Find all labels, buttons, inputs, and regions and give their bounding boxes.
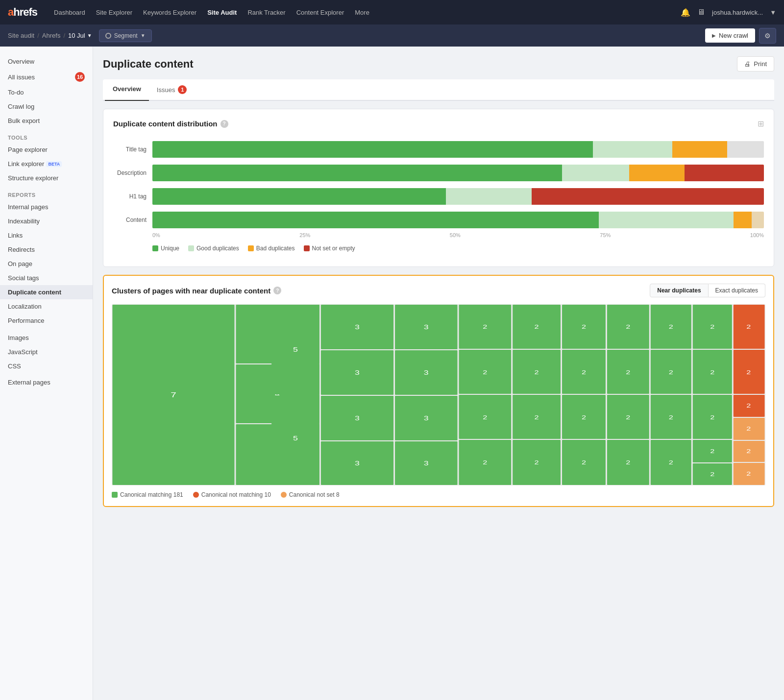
nav-right: 🔔 🖥 joshua.hardwick... ▼ xyxy=(681,8,776,17)
breadcrumb-date[interactable]: 10 Jul ▼ xyxy=(68,32,92,39)
bar-row-title-tag: Title tag xyxy=(113,141,764,158)
bar-seg-bad xyxy=(672,141,727,158)
nav-keywords-explorer[interactable]: Keywords Explorer xyxy=(138,6,201,19)
tools-section-header: Tools xyxy=(0,128,93,143)
sidebar-item-todo[interactable]: To-do xyxy=(0,85,93,99)
svg-text:2: 2 xyxy=(582,414,586,421)
tab-overview[interactable]: Overview xyxy=(105,79,149,101)
svg-text:2: 2 xyxy=(483,369,487,376)
sidebar-item-javascript[interactable]: JavaScript xyxy=(0,345,93,359)
legend-bad-duplicates: Bad duplicates xyxy=(248,245,295,252)
sidebar: Overview All issues 16 To-do Crawl log B… xyxy=(0,47,93,700)
sidebar-item-external-pages[interactable]: External pages xyxy=(0,375,93,389)
bar-row-h1: H1 tag xyxy=(113,188,764,205)
svg-text:2: 2 xyxy=(746,448,751,455)
svg-text:2: 2 xyxy=(710,448,714,455)
svg-text:2: 2 xyxy=(746,426,751,432)
nav-rank-tracker[interactable]: Rank Tracker xyxy=(243,6,290,19)
tabs-container: Overview Issues 1 xyxy=(103,79,774,101)
distribution-card: Duplicate content distribution ? ⊞ Title… xyxy=(103,109,774,267)
svg-text:2: 2 xyxy=(710,414,714,421)
segment-button[interactable]: Segment ▼ xyxy=(99,29,152,42)
settings-button[interactable]: ⚙ xyxy=(759,28,776,44)
sidebar-item-structure-explorer[interactable]: Structure explorer xyxy=(0,171,93,185)
sidebar-item-overview[interactable]: Overview xyxy=(0,54,93,69)
svg-text:3: 3 xyxy=(424,415,429,421)
page-title: Duplicate content xyxy=(103,58,194,71)
svg-text:2: 2 xyxy=(746,324,751,330)
sidebar-item-crawl-log[interactable]: Crawl log xyxy=(0,99,93,114)
distribution-title: Duplicate content distribution xyxy=(113,120,218,128)
monitor-icon[interactable]: 🖥 xyxy=(697,8,705,17)
sidebar-item-css[interactable]: CSS xyxy=(0,359,93,373)
svg-text:7: 7 xyxy=(171,391,176,399)
bell-icon[interactable]: 🔔 xyxy=(681,8,690,17)
svg-text:2: 2 xyxy=(669,459,673,466)
sidebar-item-duplicate-content[interactable]: Duplicate content xyxy=(0,285,93,299)
user-dropdown-icon[interactable]: ▼ xyxy=(770,9,776,16)
bar-seg-empty xyxy=(727,141,764,158)
nav-links: Dashboard Site Explorer Keywords Explore… xyxy=(49,6,681,19)
sidebar-item-redirects[interactable]: Redirects xyxy=(0,242,93,257)
sidebar-item-localization[interactable]: Localization xyxy=(0,299,93,314)
svg-text:2: 2 xyxy=(483,324,487,330)
sidebar-item-indexability[interactable]: Indexability xyxy=(0,214,93,228)
sidebar-item-bulk-export[interactable]: Bulk export xyxy=(0,114,93,128)
user-name[interactable]: joshua.hardwick... xyxy=(712,9,763,16)
nav-site-audit[interactable]: Site Audit xyxy=(202,6,242,19)
grid-view-icon[interactable]: ⊞ xyxy=(758,119,764,128)
logo[interactable]: ahrefs xyxy=(8,6,37,19)
sidebar-item-page-explorer[interactable]: Page explorer xyxy=(0,143,93,157)
sidebar-item-link-explorer[interactable]: Link explorer BETA xyxy=(0,157,93,171)
svg-text:2: 2 xyxy=(669,369,673,376)
exact-duplicates-btn[interactable]: Exact duplicates xyxy=(709,284,765,297)
breadcrumb-sep2: / xyxy=(63,32,65,39)
svg-text:2: 2 xyxy=(626,369,630,376)
clusters-help-icon[interactable]: ? xyxy=(273,287,281,294)
sidebar-item-internal-pages[interactable]: Internal pages xyxy=(0,200,93,214)
bar-seg-unique xyxy=(152,141,593,158)
sidebar-item-links[interactable]: Links xyxy=(0,228,93,242)
bar-label-h1: H1 tag xyxy=(113,193,152,200)
bar-title-tag xyxy=(152,141,764,158)
new-crawl-button[interactable]: ▶ New crawl xyxy=(705,28,755,43)
distribution-help-icon[interactable]: ? xyxy=(220,120,228,128)
clusters-title: Clusters of pages with near duplicate co… xyxy=(112,287,270,295)
beta-badge: BETA xyxy=(46,161,62,167)
sidebar-item-performance[interactable]: Performance xyxy=(0,314,93,328)
nav-more[interactable]: More xyxy=(350,6,374,19)
sidebar-item-social-tags[interactable]: Social tags xyxy=(0,271,93,285)
tab-issues[interactable]: Issues 1 xyxy=(149,79,195,101)
svg-text:3: 3 xyxy=(355,460,360,466)
breadcrumb-ahrefs[interactable]: Ahrefs xyxy=(42,32,61,39)
nav-site-explorer[interactable]: Site Explorer xyxy=(91,6,137,19)
svg-text:3: 3 xyxy=(424,369,429,376)
bar-description xyxy=(152,165,764,181)
near-duplicates-btn[interactable]: Near duplicates xyxy=(650,284,708,297)
svg-text:2: 2 xyxy=(746,369,751,376)
svg-text:2: 2 xyxy=(582,324,586,330)
print-button[interactable]: 🖨 Print xyxy=(737,56,774,72)
nav-dashboard[interactable]: Dashboard xyxy=(49,6,90,19)
sidebar-item-on-page[interactable]: On page xyxy=(0,257,93,271)
legend-not-set: Not set or empty xyxy=(304,245,355,252)
svg-text:3: 3 xyxy=(355,324,360,330)
bar-label-content: Content xyxy=(113,217,152,223)
clusters-legend: Canonical matching 181 Canonical not mat… xyxy=(112,491,765,498)
page-header: Duplicate content 🖨 Print xyxy=(103,56,774,72)
bar-chart: Title tag Description xyxy=(113,136,764,257)
svg-text:2: 2 xyxy=(626,324,630,330)
nav-content-explorer[interactable]: Content Explorer xyxy=(292,6,349,19)
svg-text:2: 2 xyxy=(710,369,714,376)
chart-legend: Unique Good duplicates Bad duplicates No… xyxy=(113,245,764,252)
svg-text:2: 2 xyxy=(535,324,539,330)
top-nav: ahrefs Dashboard Site Explorer Keywords … xyxy=(0,0,784,24)
legend-good-duplicates: Good duplicates xyxy=(188,245,239,252)
svg-text:2: 2 xyxy=(483,414,487,421)
svg-text:2: 2 xyxy=(710,324,714,330)
sub-nav: Site audit / Ahrefs / 10 Jul ▼ Segment ▼… xyxy=(0,24,784,47)
sidebar-item-images[interactable]: Images xyxy=(0,331,93,345)
bar-label-title-tag: Title tag xyxy=(113,146,152,153)
breadcrumb-site-audit[interactable]: Site audit xyxy=(8,32,34,39)
sidebar-item-all-issues[interactable]: All issues 16 xyxy=(0,69,93,85)
